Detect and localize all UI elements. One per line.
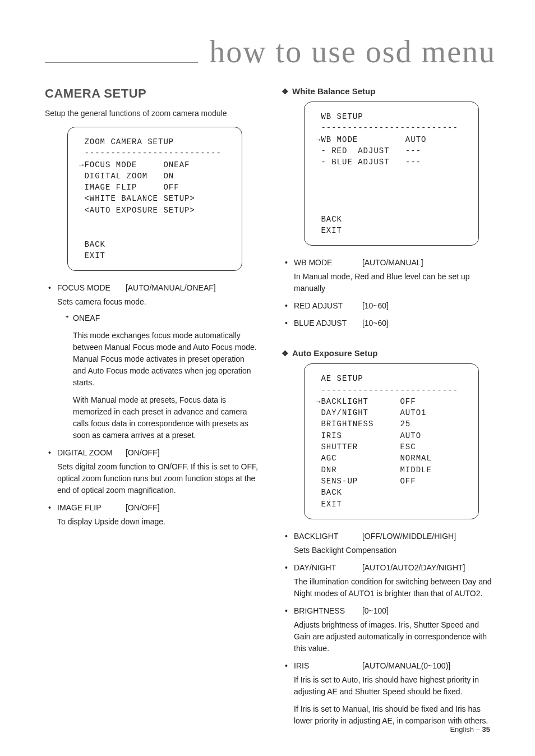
wb-mode-item: WB MODE [AUTO/MANUAL] In Manual mode, Re…	[285, 257, 496, 294]
ae-list: BACKLIGHT [OFF/LOW/MIDDLE/HIGH] Sets Bac…	[282, 531, 496, 727]
page-header: how to use osd menu	[45, 34, 496, 70]
brightness-range: [0~100]	[362, 606, 389, 615]
oneaf-desc-1: This mode exchanges focus mode automatic…	[73, 330, 259, 389]
blue-adjust-range: [10~60]	[362, 319, 389, 328]
iris-item: IRIS [AUTO/MANUAL(0~100)] If Iris is set…	[285, 660, 496, 727]
diamond-icon: ❖	[282, 349, 289, 358]
ae-osd-box: AE SETUP -------------------------- →BAC…	[304, 363, 479, 519]
iris-range: [AUTO/MANUAL(0~100)]	[362, 661, 450, 670]
diamond-icon: ❖	[282, 87, 289, 96]
digital-zoom-desc: Sets digital zoom function to ON/OFF. If…	[57, 461, 259, 496]
image-flip-range: [ON/OFF]	[126, 503, 160, 512]
left-column: CAMERA SETUP Setup the general functions…	[45, 86, 259, 732]
red-adjust-range: [10~60]	[362, 301, 389, 310]
blue-adjust-label: BLUE ADJUST	[294, 317, 360, 329]
page-footer: English – 35	[450, 725, 490, 734]
image-flip-label: IMAGE FLIP	[57, 502, 123, 514]
digital-zoom-item: DIGITAL ZOOM [ON/OFF] Sets digital zoom …	[48, 447, 259, 496]
iris-desc-2: If Iris is set to Manual, Iris should be…	[294, 703, 496, 727]
wb-mode-range: [AUTO/MANUAL]	[362, 258, 423, 267]
iris-desc-1: If Iris is set to Auto, Iris should have…	[294, 674, 496, 698]
wb-mode-label: WB MODE	[294, 257, 360, 269]
backlight-desc: Sets Backlight Compensation	[294, 545, 496, 556]
oneaf-label: ONEAF	[73, 314, 100, 322]
wb-osd-box: WB SETUP -------------------------- →WB …	[304, 102, 479, 246]
wb-setup-heading: ❖White Balance Setup	[282, 86, 496, 96]
page-title: how to use osd menu	[198, 34, 496, 70]
focus-mode-range: [AUTO/MANUAL/ONEAF]	[126, 283, 216, 292]
daynight-item: DAY/NIGHT [AUTO1/AUTO2/DAY/NIGHT] The il…	[285, 562, 496, 600]
ae-heading-text: Auto Exposure Setup	[292, 348, 378, 358]
right-column: ❖White Balance Setup WB SETUP ----------…	[282, 86, 496, 732]
page-number: 35	[482, 725, 490, 734]
zoom-camera-osd-box: ZOOM CAMERA SETUP ----------------------…	[67, 127, 242, 271]
content-columns: CAMERA SETUP Setup the general functions…	[45, 86, 496, 732]
camera-setup-intro: Setup the general functions of zoom came…	[45, 109, 259, 118]
oneaf-item: ONEAF This mode exchanges focus mode aut…	[65, 312, 259, 441]
focus-mode-item: FOCUS MODE [AUTO/MANUAL/ONEAF] Sets came…	[48, 282, 259, 441]
daynight-label: DAY/NIGHT	[294, 562, 360, 574]
camera-setup-heading: CAMERA SETUP	[45, 86, 259, 101]
backlight-range: [OFF/LOW/MIDDLE/HIGH]	[362, 532, 456, 541]
wb-mode-desc: In Manual mode, Red and Blue level can b…	[294, 271, 496, 294]
blue-adjust-item: BLUE ADJUST [10~60]	[285, 317, 496, 329]
wb-heading-text: White Balance Setup	[292, 86, 375, 96]
brightness-desc: Adjusts brightness of images. Iris, Shut…	[294, 619, 496, 654]
ae-setup-heading: ❖Auto Exposure Setup	[282, 348, 496, 358]
brightness-item: BRIGHTNESS [0~100] Adjusts brightness of…	[285, 605, 496, 654]
digital-zoom-range: [ON/OFF]	[126, 448, 160, 457]
backlight-item: BACKLIGHT [OFF/LOW/MIDDLE/HIGH] Sets Bac…	[285, 531, 496, 556]
iris-label: IRIS	[294, 660, 360, 672]
wb-list: WB MODE [AUTO/MANUAL] In Manual mode, Re…	[282, 257, 496, 329]
focus-mode-label: FOCUS MODE	[57, 282, 123, 294]
red-adjust-label: RED ADJUST	[294, 300, 360, 312]
oneaf-desc-2: With Manual mode at presets, Focus data …	[73, 394, 259, 441]
red-adjust-item: RED ADJUST [10~60]	[285, 300, 496, 312]
image-flip-desc: To display Upside down image.	[57, 516, 259, 528]
footer-lang: English –	[450, 725, 482, 734]
camera-setup-list: FOCUS MODE [AUTO/MANUAL/ONEAF] Sets came…	[45, 282, 259, 528]
daynight-desc: The illumination condition for switching…	[294, 576, 496, 600]
backlight-label: BACKLIGHT	[294, 531, 360, 542]
brightness-label: BRIGHTNESS	[294, 605, 360, 617]
focus-mode-desc: Sets camera focus mode.	[57, 296, 259, 308]
image-flip-item: IMAGE FLIP [ON/OFF] To display Upside do…	[48, 502, 259, 528]
daynight-range: [AUTO1/AUTO2/DAY/NIGHT]	[362, 563, 465, 572]
digital-zoom-label: DIGITAL ZOOM	[57, 447, 123, 459]
